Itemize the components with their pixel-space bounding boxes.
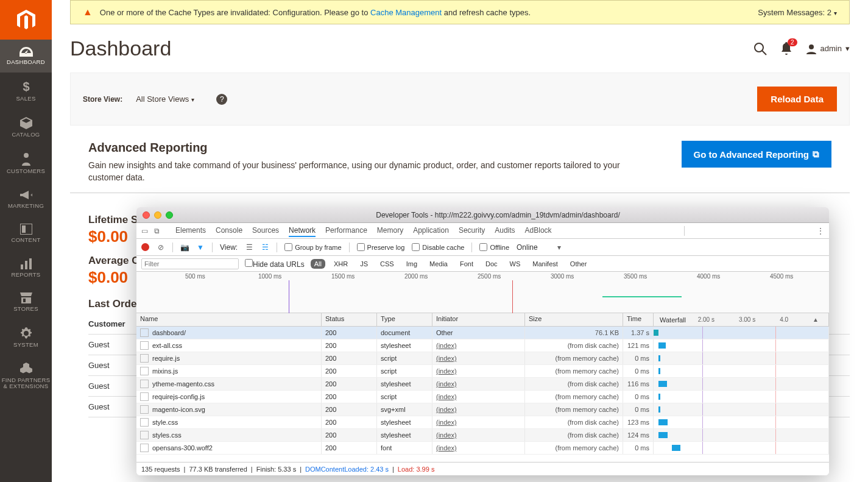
network-row[interactable]: style.css200stylesheet(index)(from disk … xyxy=(136,416,829,429)
clear-button[interactable]: ⊘ xyxy=(157,243,165,252)
filter-input[interactable] xyxy=(141,258,239,269)
filter-type-font[interactable]: Font xyxy=(456,259,477,269)
sidebar-item-stores[interactable]: STORES xyxy=(0,285,52,319)
network-row[interactable]: dashboard/200documentOther76.1 KB1.37 s xyxy=(136,327,829,339)
minimize-window-icon[interactable] xyxy=(154,211,161,219)
sidebar-item-customers[interactable]: CUSTOMERS xyxy=(0,145,52,182)
filter-type-manifest[interactable]: Manifest xyxy=(529,259,562,269)
preserve-log-checkbox[interactable]: Preserve log xyxy=(357,243,405,251)
devtools-tab-security[interactable]: Security xyxy=(459,225,485,237)
page-header: Dashboard 2 admin ▾ xyxy=(52,24,868,66)
network-row[interactable]: styles.css200stylesheet(index)(from disk… xyxy=(136,429,829,442)
zoom-window-icon[interactable] xyxy=(166,211,173,219)
gear-icon xyxy=(20,327,32,339)
timeline-tick: 500 ms xyxy=(185,273,205,280)
svg-rect-5 xyxy=(25,261,27,269)
devtools-tab-elements[interactable]: Elements xyxy=(175,225,206,237)
cubes-icon xyxy=(20,363,32,375)
group-by-frame-checkbox[interactable]: Group by frame xyxy=(284,243,341,251)
notification-badge: 2 xyxy=(788,38,797,46)
devtools-tab-console[interactable]: Console xyxy=(216,225,242,237)
reload-data-button[interactable]: Reload Data xyxy=(757,87,837,112)
sidebar-item-reports[interactable]: REPORTS xyxy=(0,251,52,285)
throttling-select[interactable]: Online xyxy=(517,243,538,252)
go-to-advanced-reporting-button[interactable]: Go to Advanced Reporting ⧉ xyxy=(682,141,831,168)
devtools-tab-network[interactable]: Network xyxy=(289,225,316,237)
devtools-tab-audits[interactable]: Audits xyxy=(495,225,515,237)
col-type[interactable]: Type xyxy=(377,313,432,326)
magento-logo[interactable] xyxy=(0,0,52,40)
filter-type-other[interactable]: Other xyxy=(566,259,591,269)
close-window-icon[interactable] xyxy=(143,211,150,219)
svg-point-1 xyxy=(24,153,29,158)
waterfall-view-icon[interactable]: ☵ xyxy=(261,243,269,252)
offline-checkbox[interactable]: Offline xyxy=(479,243,509,251)
devtools-tab-memory[interactable]: Memory xyxy=(377,225,403,237)
box-icon xyxy=(20,117,32,129)
hide-data-urls-checkbox[interactable]: Hide data URLs xyxy=(245,259,305,269)
network-row[interactable]: opensans-300.woff2200font(index)(from me… xyxy=(136,442,829,455)
help-icon[interactable]: ? xyxy=(216,94,227,105)
filter-type-img[interactable]: Img xyxy=(403,259,421,269)
col-size[interactable]: Size xyxy=(525,313,623,326)
adv-reporting-body: Gain new insights and take command of yo… xyxy=(88,160,655,183)
filter-type-xhr[interactable]: XHR xyxy=(330,259,351,269)
device-toolbar-icon[interactable]: ⧉ xyxy=(154,227,160,235)
sidebar-item-dashboard[interactable]: DASHBOARD xyxy=(0,40,52,73)
system-messages-toggle[interactable]: System Messages: 2 xyxy=(758,8,837,17)
sidebar-item-sales[interactable]: $ SALES xyxy=(0,73,52,109)
record-button[interactable] xyxy=(141,243,149,251)
camera-icon[interactable]: 📷 xyxy=(180,243,189,252)
layout-icon xyxy=(20,224,32,235)
warning-icon: ▲ xyxy=(83,7,93,18)
devtools-window-title: Developer Tools - http://m222.goivvy.com… xyxy=(173,211,823,219)
network-row[interactable]: magento-icon.svg200svg+xml(index)(from m… xyxy=(136,403,829,416)
sidebar-item-system[interactable]: SYSTEM xyxy=(0,320,52,355)
devtools-tab-performance[interactable]: Performance xyxy=(325,225,367,237)
col-waterfall[interactable]: Waterfall 2.00 s 3.00 s 4.0▲ xyxy=(654,313,829,326)
adv-reporting-title: Advanced Reporting xyxy=(88,141,655,155)
search-icon[interactable] xyxy=(753,42,767,55)
network-row[interactable]: require.js200script(index)(from memory c… xyxy=(136,352,829,365)
disable-cache-checkbox[interactable]: Disable cache xyxy=(412,243,464,251)
network-row[interactable]: requirejs-config.js200script(index)(from… xyxy=(136,391,829,403)
filter-type-doc[interactable]: Doc xyxy=(482,259,501,269)
cache-management-link[interactable]: Cache Management xyxy=(370,8,442,17)
chevron-down-icon: ▾ xyxy=(845,44,850,53)
network-row[interactable]: ytheme-magento.css200stylesheet(index)(f… xyxy=(136,378,829,391)
network-timeline[interactable]: 500 ms1000 ms1500 ms2000 ms2500 ms3000 m… xyxy=(136,272,829,313)
sidebar-item-partners[interactable]: FIND PARTNERS & EXTENSIONS xyxy=(0,355,52,397)
filter-type-js[interactable]: JS xyxy=(356,259,372,269)
large-rows-icon[interactable]: ☰ xyxy=(245,243,253,252)
devtools-tab-application[interactable]: Application xyxy=(413,225,449,237)
devtools-tab-adblock[interactable]: AdBlock xyxy=(525,225,552,237)
network-row[interactable]: mixins.js200script(index)(from memory ca… xyxy=(136,365,829,378)
admin-sidebar: DASHBOARD $ SALES CATALOG CUSTOMERS MARK… xyxy=(0,0,52,482)
sidebar-item-catalog[interactable]: CATALOG xyxy=(0,110,52,145)
col-initiator[interactable]: Initiator xyxy=(432,313,525,326)
devtools-tab-sources[interactable]: Sources xyxy=(252,225,279,237)
network-row[interactable]: ext-all.css200stylesheet(index)(from dis… xyxy=(136,339,829,352)
filter-type-all[interactable]: All xyxy=(311,259,325,269)
inspect-element-icon[interactable]: ▭ xyxy=(141,227,148,235)
devtools-titlebar[interactable]: Developer Tools - http://m222.goivvy.com… xyxy=(136,207,829,223)
filter-toggle-icon[interactable]: ▼ xyxy=(196,243,205,252)
store-view-select[interactable]: All Store Views xyxy=(136,94,194,104)
filter-type-css[interactable]: CSS xyxy=(376,259,398,269)
svg-rect-4 xyxy=(21,264,23,269)
filter-type-ws[interactable]: WS xyxy=(506,259,524,269)
svg-text:$: $ xyxy=(23,80,29,93)
person-icon xyxy=(22,152,30,166)
devtools-menu-icon[interactable]: ⋮ xyxy=(817,227,824,235)
sidebar-item-content[interactable]: CONTENT xyxy=(0,216,52,250)
col-status[interactable]: Status xyxy=(322,313,377,326)
user-menu[interactable]: admin ▾ xyxy=(806,43,850,54)
svg-rect-6 xyxy=(29,258,32,269)
filter-type-media[interactable]: Media xyxy=(426,259,451,269)
col-name[interactable]: Name xyxy=(136,313,322,326)
svg-point-7 xyxy=(755,43,763,52)
col-time[interactable]: Time xyxy=(623,313,654,326)
notifications-button[interactable]: 2 xyxy=(780,42,792,55)
sidebar-item-marketing[interactable]: MARKETING xyxy=(0,182,52,216)
window-traffic-lights[interactable] xyxy=(143,211,173,219)
